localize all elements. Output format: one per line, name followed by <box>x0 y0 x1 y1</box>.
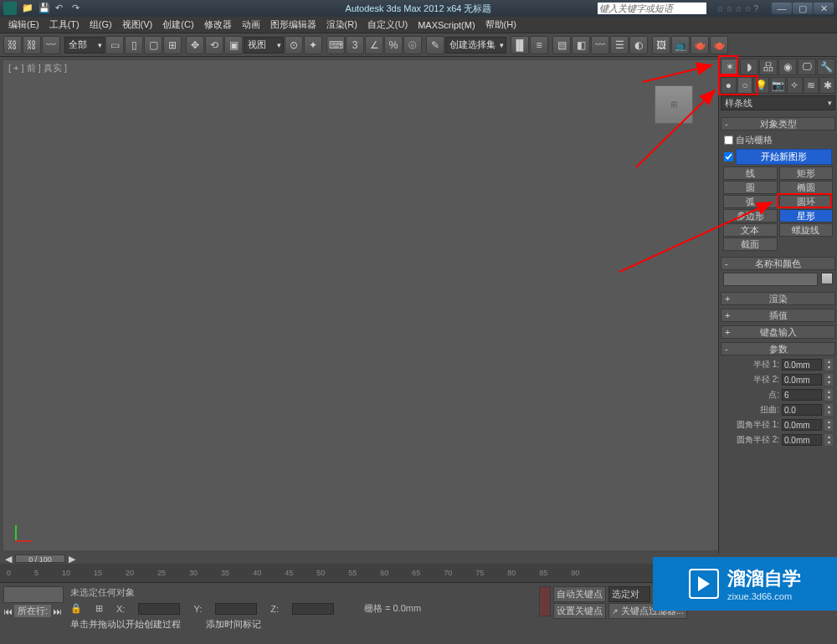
start-new-shape-button[interactable]: 开始新图形 <box>736 149 832 165</box>
rollout-rendering[interactable]: +渲染 <box>721 292 835 305</box>
rollout-keyboard[interactable]: +键盘输入 <box>721 325 835 339</box>
star-icon[interactable]: ☆ <box>735 4 742 13</box>
modify-tab-icon[interactable]: ◗ <box>740 59 758 75</box>
viewport-label[interactable]: [ + ] 前 ] 真实 ] <box>8 62 67 74</box>
menu-grapheditors[interactable]: 图形编辑器 <box>265 17 321 33</box>
distortion-spinner[interactable]: 0.0 <box>782 404 822 416</box>
bind-spacewarp-icon[interactable]: 〰 <box>42 36 60 54</box>
y-coord-input[interactable] <box>215 603 257 615</box>
points-spinner[interactable]: 6 <box>782 389 822 401</box>
layer-manager-icon[interactable]: ▤ <box>552 36 571 54</box>
pivot-icon[interactable]: ⊙ <box>285 36 303 54</box>
fillet2-spinner[interactable]: 0.0mm <box>782 434 822 446</box>
percent-snap-icon[interactable]: % <box>384 36 403 54</box>
menu-tools[interactable]: 工具(T) <box>44 17 85 33</box>
selection-filter-dropdown[interactable]: 全部 <box>64 37 105 54</box>
render-icon[interactable]: 🫖 <box>691 36 709 54</box>
shapes-cat-icon[interactable]: ○ <box>737 77 753 94</box>
menu-maxscript[interactable]: MAXScript(M) <box>413 18 480 32</box>
cameras-cat-icon[interactable]: 📷 <box>770 77 786 94</box>
utilities-tab-icon[interactable]: 🔧 <box>817 59 835 75</box>
shape-arc-button[interactable]: 弧 <box>723 195 778 208</box>
radius1-spinner[interactable]: 0.0mm <box>782 359 822 371</box>
menu-modifiers[interactable]: 修改器 <box>199 17 237 33</box>
create-tab-icon[interactable]: ✶ <box>721 59 739 75</box>
shape-section-button[interactable]: 截面 <box>723 238 778 251</box>
script-nav-prev-icon[interactable]: ⏮ <box>3 606 13 616</box>
open-icon[interactable]: 📁 <box>22 3 33 14</box>
autogrid-checkbox[interactable] <box>724 135 733 145</box>
time-slider-handle[interactable]: 0 / 100 <box>15 555 65 563</box>
shape-rectangle-button[interactable]: 矩形 <box>779 166 834 180</box>
select-icon[interactable]: ▭ <box>105 36 124 54</box>
menu-customize[interactable]: 自定义(U) <box>362 17 413 33</box>
keyboard-shortcut-icon[interactable]: ⌨ <box>326 36 345 54</box>
move-icon[interactable]: ✥ <box>186 36 204 54</box>
z-coord-input[interactable] <box>292 603 334 615</box>
save-icon[interactable]: 💾 <box>39 3 50 14</box>
shape-line-button[interactable]: 线 <box>723 166 778 180</box>
star-icon[interactable]: ☆ <box>726 4 733 13</box>
motion-tab-icon[interactable]: ◉ <box>778 59 797 75</box>
spacewarps-cat-icon[interactable]: ≋ <box>804 77 819 94</box>
display-tab-icon[interactable]: 🖵 <box>798 59 816 75</box>
menu-views[interactable]: 视图(V) <box>117 17 158 33</box>
redo-icon[interactable]: ↷ <box>72 3 84 14</box>
time-next-icon[interactable]: ▶ <box>69 554 75 565</box>
shape-helix-button[interactable]: 螺旋线 <box>779 223 834 237</box>
scale-icon[interactable]: ▣ <box>224 36 243 54</box>
systems-cat-icon[interactable]: ✱ <box>819 77 835 94</box>
close-button[interactable]: ✕ <box>814 3 834 14</box>
startshape-checkbox[interactable] <box>724 152 733 161</box>
viewport[interactable]: [ + ] 前 ] 真实 ] 前 <box>3 60 718 550</box>
align-icon[interactable]: ≡ <box>530 36 548 54</box>
menu-group[interactable]: 组(G) <box>85 17 117 33</box>
mini-listener[interactable] <box>3 586 64 603</box>
minimize-button[interactable]: — <box>772 3 792 14</box>
add-time-tag[interactable]: 添加时间标记 <box>206 618 261 631</box>
curve-editor-icon[interactable]: 〰 <box>591 36 609 54</box>
render-setup-icon[interactable]: 🖼 <box>652 36 670 54</box>
menu-help[interactable]: 帮助(H) <box>480 17 521 33</box>
shape-circle-button[interactable]: 圆 <box>723 181 778 194</box>
x-coord-input[interactable] <box>138 603 180 615</box>
graphite-icon[interactable]: ◧ <box>572 36 590 54</box>
help-icon[interactable]: ? <box>753 4 758 13</box>
render-frame-icon[interactable]: 📺 <box>671 36 690 54</box>
geometry-cat-icon[interactable]: ● <box>721 77 737 94</box>
star-icon[interactable]: ☆ <box>744 4 752 13</box>
link-icon[interactable]: ⛓ <box>3 36 22 54</box>
menu-animation[interactable]: 动画 <box>237 17 265 33</box>
key-lock-icon[interactable] <box>539 586 551 616</box>
schematic-icon[interactable]: ☰ <box>610 36 629 54</box>
rollout-parameters[interactable]: -参数 <box>721 342 835 355</box>
set-key-button[interactable]: 设置关键点 <box>553 603 606 619</box>
select-region-icon[interactable]: ▢ <box>144 36 162 54</box>
rollout-object-type[interactable]: -对象类型 <box>721 117 835 130</box>
fillet1-spinner[interactable]: 0.0mm <box>782 419 822 431</box>
unlink-icon[interactable]: ⛓ <box>23 36 41 54</box>
spinner-snap-icon[interactable]: ⦾ <box>403 36 422 54</box>
auto-key-button[interactable]: 自动关键点 <box>553 586 606 602</box>
viewcube[interactable]: 前 <box>655 85 693 124</box>
rollout-interpolation[interactable]: +插值 <box>721 309 835 322</box>
manipulate-icon[interactable]: ✦ <box>304 36 322 54</box>
menu-edit[interactable]: 编辑(E) <box>3 17 44 33</box>
shape-ellipse-button[interactable]: 椭圆 <box>779 181 834 194</box>
helpers-cat-icon[interactable]: ✧ <box>787 77 803 94</box>
hierarchy-tab-icon[interactable]: 品 <box>759 59 778 75</box>
help-search-input[interactable]: 键入关键字或短语 <box>598 3 706 14</box>
rollout-name-color[interactable]: -名称和颜色 <box>721 257 835 270</box>
key-sel-dropdown[interactable]: 选定对 <box>608 586 650 602</box>
select-name-icon[interactable]: ▯ <box>125 36 143 54</box>
render-prod-icon[interactable]: 🫖 <box>710 36 728 54</box>
shape-category-dropdown[interactable]: 样条线 <box>721 95 835 110</box>
maximize-button[interactable]: ▢ <box>793 3 813 14</box>
undo-icon[interactable]: ↶ <box>55 3 67 14</box>
shape-star-button[interactable]: 星形 <box>779 209 834 222</box>
material-editor-icon[interactable]: ◐ <box>629 36 648 54</box>
mirror-icon[interactable]: ▐▌ <box>511 36 529 54</box>
shape-donut-button[interactable]: 圆环 <box>779 195 834 208</box>
refcoord-dropdown[interactable]: 视图 <box>244 37 284 54</box>
menu-create[interactable]: 创建(C) <box>157 17 198 33</box>
